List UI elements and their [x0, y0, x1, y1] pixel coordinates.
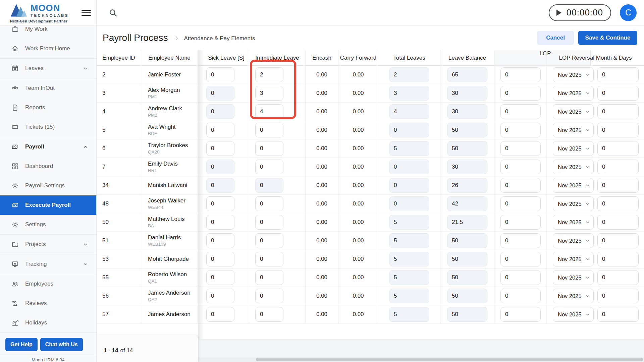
sick-leave-input[interactable] [206, 307, 234, 322]
lop-reversal-days-input[interactable] [597, 215, 639, 230]
sidebar-item[interactable]: My Work [0, 25, 96, 39]
sidebar-item[interactable]: Reports [0, 98, 96, 117]
immediate-leave-input[interactable] [255, 289, 283, 303]
lop-input[interactable] [500, 252, 541, 266]
lop-input[interactable] [500, 86, 541, 101]
sidebar-item[interactable]: Tickets (15) [0, 117, 96, 137]
chat-with-us-button[interactable]: Chat with Us [40, 338, 83, 351]
lop-input[interactable] [500, 215, 541, 230]
sick-leave-input[interactable] [206, 178, 234, 193]
immediate-leave-input[interactable] [255, 67, 283, 82]
immediate-leave-input[interactable] [255, 178, 283, 193]
sidebar-item[interactable]: Projects [0, 235, 96, 254]
sick-leave-input[interactable] [206, 160, 234, 174]
lop-reversal-days-input[interactable] [597, 160, 639, 174]
lop-input[interactable] [500, 160, 541, 174]
sidebar-item[interactable]: Team InOut [0, 78, 96, 98]
sick-leave-input[interactable] [206, 252, 234, 266]
hamburger-menu-icon[interactable] [82, 9, 91, 16]
timer-widget[interactable]: 00:00:00 [549, 4, 611, 21]
horizontal-scrollbar-thumb[interactable] [256, 358, 643, 361]
month-dropdown[interactable]: Nov 2025 [553, 252, 594, 266]
immediate-leave-input[interactable] [255, 141, 283, 156]
lop-reversal-days-input[interactable] [597, 104, 639, 119]
sick-leave-input[interactable] [206, 86, 234, 101]
lop-input[interactable] [500, 289, 541, 303]
lop-reversal-days-input[interactable] [597, 178, 639, 193]
search-icon[interactable] [108, 8, 118, 18]
sidebar-item[interactable]: Work From Home [0, 39, 96, 58]
immediate-leave-input[interactable] [255, 307, 283, 322]
lop-input[interactable] [500, 233, 541, 248]
lop-input[interactable] [500, 270, 541, 285]
sidebar-item[interactable]: Settings [0, 215, 96, 234]
month-dropdown[interactable]: Nov 2025 [553, 86, 594, 101]
sidebar-item[interactable]: Holidays [0, 313, 96, 333]
immediate-leave-input[interactable] [255, 160, 283, 174]
sidebar-item[interactable]: Tracking [0, 254, 96, 274]
month-dropdown[interactable]: Nov 2025 [553, 67, 594, 82]
lop-input[interactable] [500, 67, 541, 82]
month-dropdown[interactable]: Nov 2025 [553, 233, 594, 248]
table-row: 55 Roberto Wilson QA1 0.00 [97, 268, 644, 287]
month-dropdown[interactable]: Nov 2025 [553, 270, 594, 285]
month-dropdown[interactable]: Nov 2025 [553, 104, 594, 119]
lop-input[interactable] [500, 178, 541, 193]
table-row: 4 Andrew Clark PM2 0.00 0.0 [97, 103, 644, 121]
immediate-leave-input[interactable] [255, 196, 283, 211]
immediate-leave-input[interactable] [255, 215, 283, 230]
immediate-leave-input[interactable] [255, 233, 283, 248]
lop-reversal-days-input[interactable] [597, 233, 639, 248]
sidebar-item[interactable]: Payroll [0, 137, 96, 157]
sick-leave-input[interactable] [206, 215, 234, 230]
immediate-leave-input[interactable] [255, 252, 283, 266]
lop-input[interactable] [500, 104, 541, 119]
sick-leave-input[interactable] [206, 141, 234, 156]
month-dropdown[interactable]: Nov 2025 [553, 160, 594, 174]
save-continue-button[interactable]: Save & Continue [578, 31, 637, 45]
month-dropdown[interactable]: Nov 2025 [553, 178, 594, 193]
sick-leave-input[interactable] [206, 67, 234, 82]
sidebar-item[interactable]: Employees [0, 274, 96, 294]
sick-leave-input[interactable] [206, 196, 234, 211]
lop-input[interactable] [500, 307, 541, 322]
sidebar-item[interactable]: Excecute Payroll [0, 195, 96, 215]
lop-input[interactable] [500, 196, 541, 211]
month-dropdown-value: Nov 2025 [558, 238, 582, 244]
lop-reversal-days-input[interactable] [597, 141, 639, 156]
month-dropdown[interactable]: Nov 2025 [553, 307, 594, 322]
sidebar-item-label: Tickets (15) [25, 124, 89, 130]
lop-input[interactable] [500, 141, 541, 156]
immediate-leave-input[interactable] [255, 123, 283, 137]
cancel-button[interactable]: Cancel [537, 31, 574, 45]
sidebar-item[interactable]: Dashboard [0, 157, 96, 176]
sick-leave-input[interactable] [206, 104, 234, 119]
month-dropdown[interactable]: Nov 2025 [553, 141, 594, 156]
sick-leave-input[interactable] [206, 270, 234, 285]
lop-reversal-days-input[interactable] [597, 86, 639, 101]
immediate-leave-input[interactable] [255, 104, 283, 119]
lop-reversal-days-input[interactable] [597, 196, 639, 211]
get-help-button[interactable]: Get Help [5, 338, 38, 351]
immediate-leave-input[interactable] [255, 270, 283, 285]
lop-reversal-days-input[interactable] [597, 270, 639, 285]
lop-reversal-days-input[interactable] [597, 307, 639, 322]
month-dropdown[interactable]: Nov 2025 [553, 123, 594, 137]
month-dropdown[interactable]: Nov 2025 [553, 289, 594, 303]
lop-reversal-days-input[interactable] [597, 252, 639, 266]
month-dropdown[interactable]: Nov 2025 [553, 215, 594, 230]
sidebar-item[interactable]: Leaves [0, 59, 96, 78]
sick-leave-input[interactable] [206, 123, 234, 137]
sidebar-item[interactable]: Reviews [0, 294, 96, 313]
sidebar-item[interactable]: Payroll Settings [0, 176, 96, 195]
month-dropdown[interactable]: Nov 2025 [553, 196, 594, 211]
sick-leave-input[interactable] [206, 233, 234, 248]
immediate-leave-input[interactable] [255, 86, 283, 101]
sick-leave-input[interactable] [206, 289, 234, 303]
lop-reversal-days-input[interactable] [597, 67, 639, 82]
employee-name: Matthew Louis [148, 216, 185, 223]
avatar[interactable]: C [620, 4, 637, 21]
lop-input[interactable] [500, 123, 541, 137]
lop-reversal-days-input[interactable] [597, 123, 639, 137]
lop-reversal-days-input[interactable] [597, 289, 639, 303]
